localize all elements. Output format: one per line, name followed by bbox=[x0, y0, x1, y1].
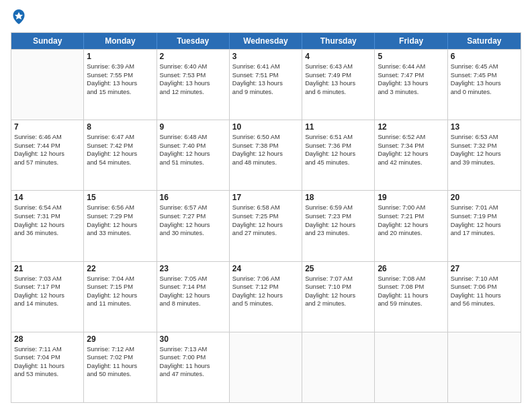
cell-line: Sunrise: 7:01 AM bbox=[451, 203, 518, 212]
calendar-cell: 20Sunrise: 7:01 AMSunset: 7:19 PMDayligh… bbox=[448, 191, 521, 261]
cell-line: Sunset: 7:25 PM bbox=[232, 212, 299, 221]
cell-line: Sunset: 7:44 PM bbox=[14, 142, 81, 150]
cell-line: and 0 minutes. bbox=[451, 88, 518, 97]
cell-line: Sunrise: 7:11 AM bbox=[14, 345, 81, 354]
cell-line: Daylight: 13 hours bbox=[232, 79, 299, 88]
calendar-row: 1Sunrise: 6:39 AMSunset: 7:55 PMDaylight… bbox=[11, 49, 521, 120]
cell-line: and 27 minutes. bbox=[232, 229, 299, 238]
calendar-cell: 30Sunrise: 7:13 AMSunset: 7:00 PMDayligh… bbox=[157, 332, 230, 402]
calendar-cell: 5Sunrise: 6:44 AMSunset: 7:47 PMDaylight… bbox=[375, 50, 447, 120]
cell-line: Sunrise: 6:48 AM bbox=[160, 133, 226, 142]
day-number: 23 bbox=[160, 264, 226, 273]
cell-line: Sunrise: 6:59 AM bbox=[305, 203, 371, 212]
cell-line: Sunrise: 7:07 AM bbox=[305, 275, 371, 283]
cell-line: Sunset: 7:10 PM bbox=[305, 283, 371, 291]
cell-line: Daylight: 12 hours bbox=[14, 150, 81, 158]
cell-line: Daylight: 13 hours bbox=[87, 79, 153, 88]
calendar-cell: 13Sunrise: 6:53 AMSunset: 7:32 PMDayligh… bbox=[448, 120, 521, 190]
day-number: 27 bbox=[451, 264, 518, 273]
calendar-cell: 7Sunrise: 6:46 AMSunset: 7:44 PMDaylight… bbox=[11, 120, 84, 190]
calendar-header-cell: Wednesday bbox=[230, 33, 302, 49]
cell-line: and 39 minutes. bbox=[451, 158, 518, 167]
calendar-header-cell: Saturday bbox=[448, 33, 521, 49]
cell-line: Sunrise: 6:41 AM bbox=[232, 62, 299, 71]
cell-line: and 9 minutes. bbox=[232, 88, 299, 97]
cell-line: Sunrise: 7:03 AM bbox=[14, 275, 81, 283]
cell-line: Daylight: 11 hours bbox=[451, 291, 518, 300]
calendar-cell: 12Sunrise: 6:52 AMSunset: 7:34 PMDayligh… bbox=[375, 120, 447, 190]
calendar-row: 21Sunrise: 7:03 AMSunset: 7:17 PMDayligh… bbox=[11, 261, 521, 332]
cell-line: and 56 minutes. bbox=[451, 300, 518, 308]
cell-line: Sunset: 7:53 PM bbox=[160, 71, 226, 80]
cell-line: and 53 minutes. bbox=[14, 370, 81, 379]
cell-line: Sunset: 7:49 PM bbox=[305, 71, 371, 80]
cell-line: and 47 minutes. bbox=[160, 370, 226, 379]
day-number: 9 bbox=[160, 122, 226, 132]
day-number: 8 bbox=[87, 122, 153, 132]
day-number: 4 bbox=[305, 52, 371, 61]
cell-line: and 45 minutes. bbox=[305, 158, 371, 167]
calendar-header-cell: Tuesday bbox=[157, 33, 230, 49]
cell-line: Sunrise: 6:56 AM bbox=[87, 203, 153, 212]
calendar-cell: 8Sunrise: 6:47 AMSunset: 7:42 PMDaylight… bbox=[84, 120, 157, 190]
day-number: 20 bbox=[451, 193, 518, 202]
cell-line: Sunset: 7:45 PM bbox=[451, 71, 518, 80]
calendar-body: 1Sunrise: 6:39 AMSunset: 7:55 PMDaylight… bbox=[11, 49, 521, 402]
cell-line: Sunset: 7:32 PM bbox=[451, 142, 518, 150]
cell-line: Sunrise: 6:47 AM bbox=[87, 133, 153, 142]
calendar-cell: 23Sunrise: 7:05 AMSunset: 7:14 PMDayligh… bbox=[157, 262, 230, 332]
cell-line: Daylight: 12 hours bbox=[14, 221, 81, 230]
cell-line: Daylight: 13 hours bbox=[451, 79, 518, 88]
day-number: 11 bbox=[305, 122, 371, 132]
cell-line: Sunrise: 6:51 AM bbox=[305, 133, 371, 142]
day-number: 22 bbox=[87, 264, 153, 273]
calendar-cell: 16Sunrise: 6:57 AMSunset: 7:27 PMDayligh… bbox=[157, 191, 230, 261]
cell-line: Daylight: 13 hours bbox=[160, 79, 226, 88]
cell-line: Sunset: 7:47 PM bbox=[378, 71, 444, 80]
cell-line: and 59 minutes. bbox=[378, 300, 444, 308]
cell-line: Daylight: 12 hours bbox=[87, 150, 153, 158]
cell-line: Sunset: 7:31 PM bbox=[14, 212, 81, 221]
cell-line: Sunrise: 6:40 AM bbox=[160, 62, 226, 71]
cell-line: and 33 minutes. bbox=[87, 229, 153, 238]
calendar-cell: 26Sunrise: 7:08 AMSunset: 7:08 PMDayligh… bbox=[375, 262, 447, 332]
cell-line: Daylight: 11 hours bbox=[14, 362, 81, 371]
day-number: 13 bbox=[451, 122, 518, 132]
cell-line: Sunrise: 6:39 AM bbox=[87, 62, 153, 71]
calendar-cell bbox=[448, 332, 521, 402]
day-number: 30 bbox=[160, 334, 226, 344]
calendar-cell: 27Sunrise: 7:10 AMSunset: 7:06 PMDayligh… bbox=[448, 262, 521, 332]
calendar-cell: 25Sunrise: 7:07 AMSunset: 7:10 PMDayligh… bbox=[302, 262, 375, 332]
cell-line: Daylight: 12 hours bbox=[305, 291, 371, 300]
cell-line: and 6 minutes. bbox=[305, 88, 371, 97]
calendar-cell: 28Sunrise: 7:11 AMSunset: 7:04 PMDayligh… bbox=[11, 332, 84, 402]
cell-line: and 42 minutes. bbox=[378, 158, 444, 167]
calendar-header: SundayMondayTuesdayWednesdayThursdayFrid… bbox=[11, 33, 521, 49]
calendar-cell: 9Sunrise: 6:48 AMSunset: 7:40 PMDaylight… bbox=[157, 120, 230, 190]
calendar-cell: 3Sunrise: 6:41 AMSunset: 7:51 PMDaylight… bbox=[230, 50, 302, 120]
cell-line: Sunrise: 6:58 AM bbox=[232, 203, 299, 212]
cell-line: Daylight: 11 hours bbox=[378, 291, 444, 300]
calendar-cell: 1Sunrise: 6:39 AMSunset: 7:55 PMDaylight… bbox=[84, 50, 157, 120]
calendar-cell bbox=[230, 332, 302, 402]
calendar-header-cell: Thursday bbox=[302, 33, 375, 49]
calendar-cell: 10Sunrise: 6:50 AMSunset: 7:38 PMDayligh… bbox=[230, 120, 302, 190]
page: SundayMondayTuesdayWednesdayThursdayFrid… bbox=[0, 0, 532, 411]
cell-line: Daylight: 12 hours bbox=[160, 221, 226, 230]
cell-line: Daylight: 12 hours bbox=[232, 150, 299, 158]
cell-line: Sunset: 7:36 PM bbox=[305, 142, 371, 150]
calendar-cell bbox=[11, 50, 84, 120]
cell-line: Sunset: 7:40 PM bbox=[160, 142, 226, 150]
day-number: 17 bbox=[232, 193, 299, 202]
calendar-cell: 19Sunrise: 7:00 AMSunset: 7:21 PMDayligh… bbox=[375, 191, 447, 261]
cell-line: Sunrise: 6:52 AM bbox=[378, 133, 444, 142]
day-number: 21 bbox=[14, 264, 81, 273]
cell-line: and 48 minutes. bbox=[232, 158, 299, 167]
cell-line: and 14 minutes. bbox=[14, 300, 81, 308]
cell-line: Daylight: 11 hours bbox=[160, 362, 226, 371]
day-number: 2 bbox=[160, 52, 226, 61]
day-number: 7 bbox=[14, 122, 81, 132]
cell-line: Sunset: 7:02 PM bbox=[87, 353, 153, 362]
day-number: 26 bbox=[378, 264, 444, 273]
cell-line: Sunrise: 6:53 AM bbox=[451, 133, 518, 142]
